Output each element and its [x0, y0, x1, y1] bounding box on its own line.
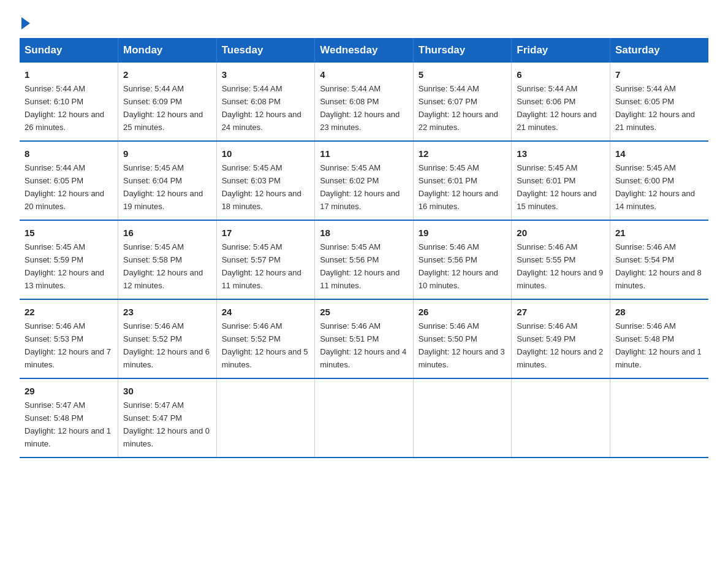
day-info: Sunrise: 5:45 AMSunset: 5:57 PMDaylight:…	[222, 242, 301, 290]
day-number: 20	[517, 226, 605, 240]
day-info: Sunrise: 5:45 AMSunset: 5:58 PMDaylight:…	[123, 242, 203, 290]
day-number: 9	[123, 147, 211, 161]
calendar-header-row: SundayMondayTuesdayWednesdayThursdayFrid…	[20, 38, 708, 63]
day-number: 16	[123, 226, 211, 240]
calendar-cell: 24 Sunrise: 5:46 AMSunset: 5:52 PMDaylig…	[216, 299, 315, 378]
day-info: Sunrise: 5:45 AMSunset: 6:02 PMDaylight:…	[320, 163, 400, 211]
day-info: Sunrise: 5:47 AMSunset: 5:48 PMDaylight:…	[25, 400, 111, 448]
day-number: 4	[320, 67, 408, 82]
logo-triangle-icon	[21, 17, 30, 29]
day-number: 30	[123, 384, 211, 398]
day-number: 8	[25, 147, 113, 161]
day-number: 23	[123, 305, 211, 319]
day-info: Sunrise: 5:44 AMSunset: 6:08 PMDaylight:…	[320, 84, 400, 132]
calendar-cell: 12 Sunrise: 5:45 AMSunset: 6:01 PMDaylig…	[413, 141, 512, 220]
calendar-cell: 5 Sunrise: 5:44 AMSunset: 6:07 PMDayligh…	[413, 63, 512, 141]
day-number: 24	[222, 305, 310, 319]
day-info: Sunrise: 5:45 AMSunset: 5:59 PMDaylight:…	[25, 242, 104, 290]
day-number: 18	[320, 226, 408, 240]
calendar-cell: 15 Sunrise: 5:45 AMSunset: 5:59 PMDaylig…	[20, 220, 118, 299]
calendar-week-row: 1 Sunrise: 5:44 AMSunset: 6:10 PMDayligh…	[20, 63, 708, 141]
day-info: Sunrise: 5:46 AMSunset: 5:54 PMDaylight:…	[615, 242, 702, 290]
header-wednesday: Wednesday	[315, 38, 414, 63]
calendar-cell: 20 Sunrise: 5:46 AMSunset: 5:55 PMDaylig…	[512, 220, 610, 299]
logo	[20, 15, 30, 27]
day-info: Sunrise: 5:45 AMSunset: 6:01 PMDaylight:…	[419, 163, 498, 211]
calendar-cell: 29 Sunrise: 5:47 AMSunset: 5:48 PMDaylig…	[20, 378, 118, 458]
calendar-cell: 19 Sunrise: 5:46 AMSunset: 5:56 PMDaylig…	[413, 220, 512, 299]
day-number: 7	[615, 67, 703, 82]
day-info: Sunrise: 5:44 AMSunset: 6:05 PMDaylight:…	[615, 84, 695, 132]
day-number: 15	[25, 226, 113, 240]
calendar-table: SundayMondayTuesdayWednesdayThursdayFrid…	[20, 38, 708, 458]
header-sunday: Sunday	[20, 38, 118, 63]
calendar-week-row: 8 Sunrise: 5:44 AMSunset: 6:05 PMDayligh…	[20, 141, 708, 220]
page-header	[20, 15, 708, 27]
calendar-cell: 1 Sunrise: 5:44 AMSunset: 6:10 PMDayligh…	[20, 63, 118, 141]
calendar-cell	[413, 378, 512, 458]
day-info: Sunrise: 5:45 AMSunset: 6:03 PMDaylight:…	[222, 163, 301, 211]
calendar-cell: 8 Sunrise: 5:44 AMSunset: 6:05 PMDayligh…	[20, 141, 118, 220]
day-number: 10	[222, 147, 310, 161]
calendar-cell	[610, 378, 708, 458]
day-number: 6	[517, 67, 605, 82]
header-friday: Friday	[512, 38, 610, 63]
day-info: Sunrise: 5:46 AMSunset: 5:51 PMDaylight:…	[320, 321, 406, 369]
calendar-cell: 14 Sunrise: 5:45 AMSunset: 6:00 PMDaylig…	[610, 141, 708, 220]
day-number: 17	[222, 226, 310, 240]
calendar-week-row: 22 Sunrise: 5:46 AMSunset: 5:53 PMDaylig…	[20, 299, 708, 378]
day-number: 12	[419, 147, 507, 161]
day-info: Sunrise: 5:44 AMSunset: 6:05 PMDaylight:…	[25, 163, 104, 211]
calendar-cell: 21 Sunrise: 5:46 AMSunset: 5:54 PMDaylig…	[610, 220, 708, 299]
header-saturday: Saturday	[610, 38, 708, 63]
day-info: Sunrise: 5:46 AMSunset: 5:48 PMDaylight:…	[615, 321, 702, 369]
calendar-cell: 28 Sunrise: 5:46 AMSunset: 5:48 PMDaylig…	[610, 299, 708, 378]
calendar-week-row: 29 Sunrise: 5:47 AMSunset: 5:48 PMDaylig…	[20, 378, 708, 458]
day-number: 28	[615, 305, 703, 319]
day-info: Sunrise: 5:45 AMSunset: 5:56 PMDaylight:…	[320, 242, 400, 290]
day-info: Sunrise: 5:45 AMSunset: 6:04 PMDaylight:…	[123, 163, 203, 211]
day-info: Sunrise: 5:46 AMSunset: 5:50 PMDaylight:…	[419, 321, 505, 369]
calendar-cell: 4 Sunrise: 5:44 AMSunset: 6:08 PMDayligh…	[315, 63, 414, 141]
day-number: 19	[419, 226, 507, 240]
header-monday: Monday	[118, 38, 217, 63]
day-info: Sunrise: 5:44 AMSunset: 6:10 PMDaylight:…	[25, 84, 104, 132]
calendar-cell: 18 Sunrise: 5:45 AMSunset: 5:56 PMDaylig…	[315, 220, 414, 299]
calendar-cell: 7 Sunrise: 5:44 AMSunset: 6:05 PMDayligh…	[610, 63, 708, 141]
day-number: 2	[123, 67, 211, 82]
day-number: 26	[419, 305, 507, 319]
calendar-week-row: 15 Sunrise: 5:45 AMSunset: 5:59 PMDaylig…	[20, 220, 708, 299]
header-thursday: Thursday	[413, 38, 512, 63]
calendar-cell	[512, 378, 610, 458]
day-info: Sunrise: 5:46 AMSunset: 5:55 PMDaylight:…	[517, 242, 603, 290]
calendar-cell: 16 Sunrise: 5:45 AMSunset: 5:58 PMDaylig…	[118, 220, 217, 299]
calendar-cell: 26 Sunrise: 5:46 AMSunset: 5:50 PMDaylig…	[413, 299, 512, 378]
calendar-cell: 23 Sunrise: 5:46 AMSunset: 5:52 PMDaylig…	[118, 299, 217, 378]
day-info: Sunrise: 5:47 AMSunset: 5:47 PMDaylight:…	[123, 400, 210, 448]
calendar-cell: 17 Sunrise: 5:45 AMSunset: 5:57 PMDaylig…	[216, 220, 315, 299]
day-number: 13	[517, 147, 605, 161]
day-info: Sunrise: 5:46 AMSunset: 5:52 PMDaylight:…	[222, 321, 308, 369]
calendar-cell: 2 Sunrise: 5:44 AMSunset: 6:09 PMDayligh…	[118, 63, 217, 141]
day-number: 29	[25, 384, 113, 398]
calendar-cell: 13 Sunrise: 5:45 AMSunset: 6:01 PMDaylig…	[512, 141, 610, 220]
calendar-cell: 9 Sunrise: 5:45 AMSunset: 6:04 PMDayligh…	[118, 141, 217, 220]
day-info: Sunrise: 5:44 AMSunset: 6:08 PMDaylight:…	[222, 84, 301, 132]
day-info: Sunrise: 5:44 AMSunset: 6:07 PMDaylight:…	[419, 84, 498, 132]
day-info: Sunrise: 5:45 AMSunset: 6:01 PMDaylight:…	[517, 163, 596, 211]
calendar-cell: 30 Sunrise: 5:47 AMSunset: 5:47 PMDaylig…	[118, 378, 217, 458]
day-info: Sunrise: 5:46 AMSunset: 5:52 PMDaylight:…	[123, 321, 210, 369]
day-info: Sunrise: 5:44 AMSunset: 6:06 PMDaylight:…	[517, 84, 596, 132]
day-number: 14	[615, 147, 703, 161]
day-info: Sunrise: 5:45 AMSunset: 6:00 PMDaylight:…	[615, 163, 695, 211]
day-info: Sunrise: 5:46 AMSunset: 5:49 PMDaylight:…	[517, 321, 603, 369]
calendar-cell: 25 Sunrise: 5:46 AMSunset: 5:51 PMDaylig…	[315, 299, 414, 378]
day-number: 27	[517, 305, 605, 319]
calendar-cell	[216, 378, 315, 458]
day-number: 5	[419, 67, 507, 82]
day-info: Sunrise: 5:46 AMSunset: 5:53 PMDaylight:…	[25, 321, 111, 369]
day-number: 25	[320, 305, 408, 319]
header-tuesday: Tuesday	[216, 38, 315, 63]
day-number: 22	[25, 305, 113, 319]
calendar-cell	[315, 378, 414, 458]
